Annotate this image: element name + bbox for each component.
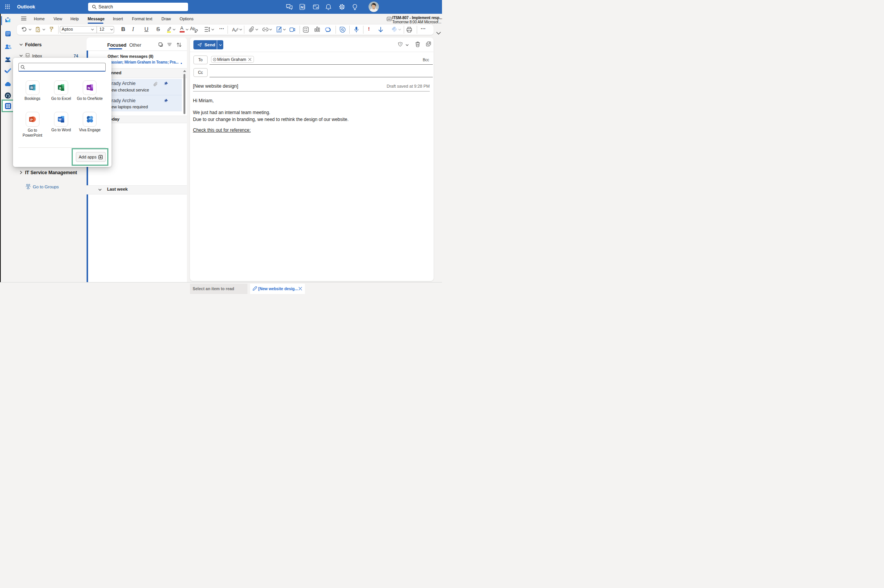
svg-text:X: X (59, 86, 62, 90)
svg-text:P: P (30, 117, 33, 121)
svg-text:B: B (30, 85, 33, 90)
svg-text:?: ? (399, 42, 401, 45)
svg-text:N: N (87, 86, 90, 90)
svg-text:A: A (232, 27, 235, 32)
svg-text:N: N (301, 5, 303, 9)
svg-text:W: W (58, 118, 62, 121)
